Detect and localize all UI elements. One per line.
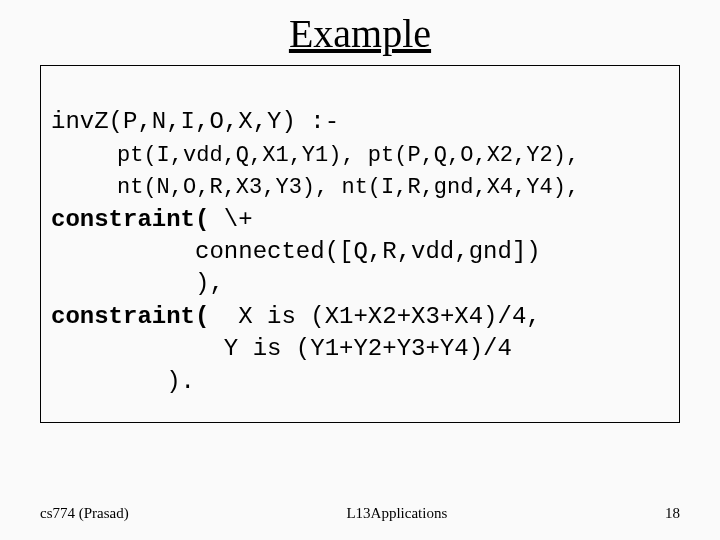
code-line-1: invZ(P,N,I,O,X,Y) :- bbox=[51, 108, 339, 135]
code-line-8: Y is (Y1+Y2+Y3+Y4)/4 bbox=[51, 335, 512, 362]
code-line-7-keyword: constraint( bbox=[51, 303, 209, 330]
footer-left: cs774 (Prasad) bbox=[40, 505, 129, 522]
footer-right: 18 bbox=[665, 505, 680, 522]
footer-center: L13Applications bbox=[346, 505, 447, 522]
code-line-7-rest: X is (X1+X2+X3+X4)/4, bbox=[209, 303, 540, 330]
footer: cs774 (Prasad) L13Applications 18 bbox=[40, 505, 680, 522]
code-line-6: ), bbox=[51, 270, 224, 297]
code-line-4-rest: \+ bbox=[209, 206, 252, 233]
code-line-9: ). bbox=[51, 368, 195, 395]
code-box: invZ(P,N,I,O,X,Y) :- pt(I,vdd,Q,X1,Y1), … bbox=[40, 65, 680, 423]
code-line-2: pt(I,vdd,Q,X1,Y1), pt(P,Q,O,X2,Y2), bbox=[51, 143, 579, 168]
slide-title: Example bbox=[40, 10, 680, 57]
code-line-5: connected([Q,R,vdd,gnd]) bbox=[51, 238, 541, 265]
code-line-3: nt(N,O,R,X3,Y3), nt(I,R,gnd,X4,Y4), bbox=[51, 175, 579, 200]
code-line-4-keyword: constraint( bbox=[51, 206, 209, 233]
slide: Example invZ(P,N,I,O,X,Y) :- pt(I,vdd,Q,… bbox=[0, 0, 720, 540]
